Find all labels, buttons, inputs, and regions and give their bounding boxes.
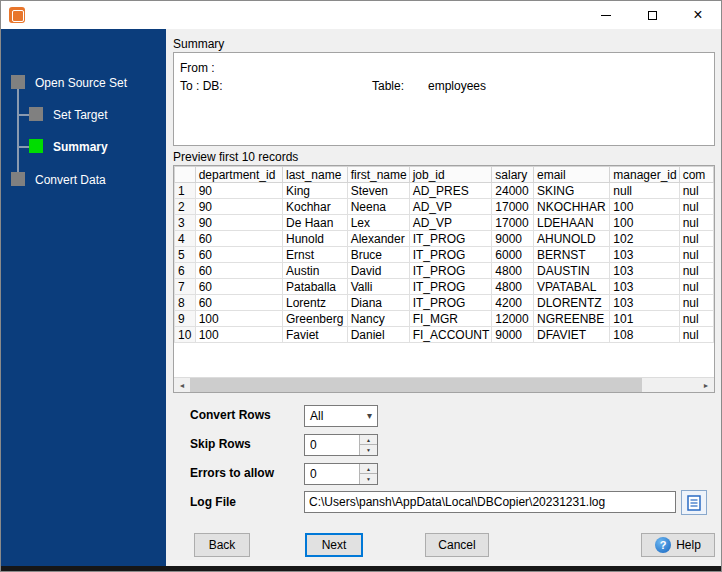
errors-up-button[interactable]: ▲	[359, 464, 377, 474]
spinner-buttons: ▲ ▼	[359, 435, 377, 455]
errors-to-allow-input[interactable]	[305, 464, 359, 484]
skip-rows-down-button[interactable]: ▼	[359, 445, 377, 455]
maximize-button[interactable]	[629, 1, 675, 29]
table-cell: 101	[610, 311, 679, 327]
table-cell: nul	[679, 295, 713, 311]
table-cell: 6000	[492, 247, 534, 263]
back-button[interactable]: Back	[194, 533, 250, 557]
table-cell: NGREENBE	[534, 311, 610, 327]
log-file-view-button[interactable]	[681, 490, 707, 515]
skip-rows-up-button[interactable]: ▲	[359, 435, 377, 445]
table-cell: NKOCHHAR	[534, 199, 610, 215]
table-cell: AD_PRES	[409, 183, 492, 199]
preview-table-head-row: department_idlast_namefirst_namejob_idsa…	[175, 167, 714, 183]
wizard-sidebar: Open Source Set Set Target Summary Conve…	[1, 29, 166, 566]
step-marker-icon	[29, 139, 43, 153]
table-cell: nul	[679, 311, 713, 327]
skip-rows-input[interactable]	[305, 435, 359, 455]
help-icon: ?	[655, 537, 671, 553]
table-cell: 108	[610, 327, 679, 343]
row-number-cell: 3	[175, 215, 196, 231]
next-button[interactable]: Next	[305, 533, 363, 557]
log-file-label: Log File	[190, 495, 236, 509]
table-cell: Austin	[282, 263, 347, 279]
close-button[interactable]: ×	[675, 1, 721, 29]
table-row[interactable]: 560ErnstBruceIT_PROG6000BERNST103nul	[175, 247, 714, 263]
table-cell: nul	[679, 327, 713, 343]
table-cell: nul	[679, 247, 713, 263]
table-row[interactable]: 760PataballaValliIT_PROG4800VPATABAL103n…	[175, 279, 714, 295]
scroll-left-button[interactable]: ◄	[174, 378, 190, 392]
desktop-strip	[1, 566, 721, 572]
log-file-icon	[687, 495, 701, 511]
preview-table: department_idlast_namefirst_namejob_idsa…	[174, 166, 714, 343]
table-cell: Diana	[347, 295, 409, 311]
table-row[interactable]: 10100FavietDanielFI_ACCOUNT9000DFAVIET10…	[175, 327, 714, 343]
horizontal-scrollbar[interactable]: ◄ ►	[174, 377, 714, 392]
table-cell: 4800	[492, 279, 534, 295]
close-icon: ×	[693, 7, 702, 23]
table-cell: FI_ACCOUNT	[409, 327, 492, 343]
help-label: Help	[676, 538, 701, 552]
table-cell: Hunold	[282, 231, 347, 247]
table-cell: David	[347, 263, 409, 279]
table-cell: AD_VP	[409, 199, 492, 215]
table-row[interactable]: 290KochharNeenaAD_VP17000NKOCHHAR100nul	[175, 199, 714, 215]
dialog-window: × Open Source Set Set Target Summary Con…	[0, 0, 722, 572]
errors-down-button[interactable]: ▼	[359, 474, 377, 484]
table-cell: BERNST	[534, 247, 610, 263]
summary-table-label: Table:	[372, 79, 404, 93]
table-row[interactable]: 460HunoldAlexanderIT_PROG9000AHUNOLD102n…	[175, 231, 714, 247]
scroll-left-icon: ◄	[179, 382, 186, 389]
cancel-button[interactable]: Cancel	[425, 533, 489, 557]
table-cell: nul	[679, 215, 713, 231]
maximize-icon	[648, 11, 657, 20]
table-row[interactable]: 9100GreenbergNancyFI_MGR12000NGREENBE101…	[175, 311, 714, 327]
preview-table-container: department_idlast_namefirst_namejob_idsa…	[173, 165, 715, 393]
summary-box: From : To : DB: Table: employees	[173, 52, 715, 146]
scrollbar-thumb[interactable]	[190, 378, 642, 392]
table-cell: IT_PROG	[409, 231, 492, 247]
table-cell: Lex	[347, 215, 409, 231]
table-cell: DLORENTZ	[534, 295, 610, 311]
app-icon	[9, 7, 25, 23]
scroll-right-button[interactable]: ►	[698, 378, 714, 392]
table-cell: 100	[610, 199, 679, 215]
table-row[interactable]: 390De HaanLexAD_VP17000LDEHAAN100nul	[175, 215, 714, 231]
table-cell: Pataballa	[282, 279, 347, 295]
table-cell: 9000	[492, 327, 534, 343]
table-cell: FI_MGR	[409, 311, 492, 327]
table-cell: 102	[610, 231, 679, 247]
table-cell: 100	[195, 327, 282, 343]
table-cell: SKING	[534, 183, 610, 199]
minimize-icon	[601, 15, 611, 16]
table-cell: nul	[679, 231, 713, 247]
table-cell: Lorentz	[282, 295, 347, 311]
table-row[interactable]: 860LorentzDianaIT_PROG4200DLORENTZ103nul	[175, 295, 714, 311]
convert-rows-label: Convert Rows	[190, 408, 271, 422]
table-cell: IT_PROG	[409, 247, 492, 263]
log-file-input[interactable]	[304, 491, 676, 513]
table-cell: IT_PROG	[409, 295, 492, 311]
table-cell: 103	[610, 295, 679, 311]
convert-rows-select[interactable]: All ▾	[304, 405, 378, 427]
table-cell: AHUNOLD	[534, 231, 610, 247]
minimize-button[interactable]	[583, 1, 629, 29]
step-marker-icon	[11, 172, 25, 186]
spin-down-icon: ▼	[366, 476, 371, 482]
table-row[interactable]: 190KingStevenAD_PRES24000SKINGnullnul	[175, 183, 714, 199]
table-row[interactable]: 660AustinDavidIT_PROG4800DAUSTIN103nul	[175, 263, 714, 279]
table-cell: Greenberg	[282, 311, 347, 327]
table-cell: IT_PROG	[409, 263, 492, 279]
spin-up-icon: ▲	[366, 437, 371, 443]
table-cell: De Haan	[282, 215, 347, 231]
table-cell: 60	[195, 279, 282, 295]
help-button[interactable]: ? Help	[641, 533, 715, 557]
table-cell: DFAVIET	[534, 327, 610, 343]
table-cell: 17000	[492, 215, 534, 231]
table-cell: 90	[195, 199, 282, 215]
table-cell: Neena	[347, 199, 409, 215]
table-cell: 4800	[492, 263, 534, 279]
table-cell: 100	[195, 311, 282, 327]
table-cell: 60	[195, 295, 282, 311]
